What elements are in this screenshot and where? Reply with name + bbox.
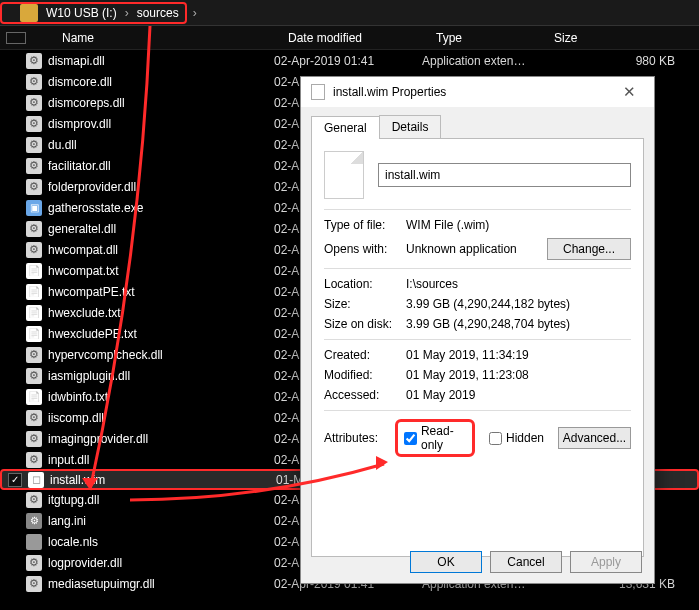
file-name: logprovider.dll bbox=[48, 556, 274, 570]
dll-icon bbox=[26, 95, 42, 111]
filename-input[interactable] bbox=[378, 163, 631, 187]
file-name: hwcompat.dll bbox=[48, 243, 274, 257]
value-type: WIM File (.wim) bbox=[406, 218, 631, 232]
tab-general[interactable]: General bbox=[311, 116, 380, 139]
dialog-title: install.wim Properties bbox=[333, 85, 615, 99]
properties-dialog: install.wim Properties ✕ General Details… bbox=[300, 76, 655, 584]
dll-icon bbox=[26, 431, 42, 447]
change-button[interactable]: Change... bbox=[547, 238, 631, 260]
txt-icon bbox=[26, 305, 42, 321]
hidden-label: Hidden bbox=[506, 431, 544, 445]
exe-icon bbox=[26, 200, 42, 216]
file-name: hwcompatPE.txt bbox=[48, 285, 274, 299]
row-checkbox[interactable] bbox=[8, 473, 22, 487]
txt-icon bbox=[26, 263, 42, 279]
txt-icon bbox=[26, 284, 42, 300]
breadcrumb-drive[interactable]: W10 USB (I:) bbox=[44, 6, 119, 20]
label-attributes: Attributes: bbox=[324, 431, 395, 445]
file-name: dismapi.dll bbox=[48, 54, 274, 68]
label-created: Created: bbox=[324, 348, 406, 362]
dll-icon bbox=[26, 368, 42, 384]
ini-icon bbox=[26, 513, 42, 529]
advanced-button[interactable]: Advanced... bbox=[558, 427, 631, 449]
select-all-checkbox[interactable] bbox=[6, 32, 26, 44]
column-type[interactable]: Type bbox=[436, 31, 554, 45]
hidden-checkbox[interactable] bbox=[489, 432, 502, 445]
file-name: hwexclude.txt bbox=[48, 306, 274, 320]
value-size-on-disk: 3.99 GB (4,290,248,704 bytes) bbox=[406, 317, 631, 331]
file-name: idwbinfo.txt bbox=[48, 390, 274, 404]
file-name: hwexcludePE.txt bbox=[48, 327, 274, 341]
file-icon bbox=[311, 84, 325, 100]
file-size: 980 KB bbox=[540, 54, 699, 68]
dll-icon bbox=[26, 555, 42, 571]
breadcrumb-folder[interactable]: sources bbox=[135, 6, 181, 20]
tab-details[interactable]: Details bbox=[379, 115, 442, 138]
file-name: mediasetupuimgr.dll bbox=[48, 577, 274, 591]
value-modified: 01 May 2019, 11:23:08 bbox=[406, 368, 631, 382]
dialog-tabs: General Details bbox=[311, 115, 644, 139]
column-size[interactable]: Size bbox=[554, 31, 699, 45]
file-name: input.dll bbox=[48, 453, 274, 467]
file-date: 02-Apr-2019 01:41 bbox=[274, 54, 422, 68]
dll-icon bbox=[26, 137, 42, 153]
label-size-on-disk: Size on disk: bbox=[324, 317, 406, 331]
ok-button[interactable]: OK bbox=[410, 551, 482, 573]
column-headers: Name Date modified Type Size bbox=[0, 26, 699, 50]
file-name: facilitator.dll bbox=[48, 159, 274, 173]
file-name: locale.nls bbox=[48, 535, 274, 549]
value-created: 01 May 2019, 11:34:19 bbox=[406, 348, 631, 362]
value-accessed: 01 May 2019 bbox=[406, 388, 631, 402]
value-size: 3.99 GB (4,290,244,182 bytes) bbox=[406, 297, 631, 311]
wim-icon bbox=[28, 472, 44, 488]
dll-icon bbox=[26, 410, 42, 426]
file-name: imagingprovider.dll bbox=[48, 432, 274, 446]
read-only-label: Read-only bbox=[421, 424, 466, 452]
file-name: hypervcomplcheck.dll bbox=[48, 348, 274, 362]
file-name: gatherosstate.exe bbox=[48, 201, 274, 215]
column-date[interactable]: Date modified bbox=[288, 31, 436, 45]
file-name: iiscomp.dll bbox=[48, 411, 274, 425]
dll-icon bbox=[26, 576, 42, 592]
file-name: install.wim bbox=[50, 473, 276, 487]
dll-icon bbox=[26, 53, 42, 69]
txt-icon bbox=[26, 389, 42, 405]
dll-icon bbox=[26, 116, 42, 132]
file-name: lang.ini bbox=[48, 514, 274, 528]
dll-icon bbox=[26, 452, 42, 468]
breadcrumb-highlight: W10 USB (I:) › sources bbox=[0, 2, 187, 24]
nls-icon bbox=[26, 534, 42, 550]
dll-icon bbox=[26, 158, 42, 174]
value-opens-with: Unknown application bbox=[406, 242, 547, 256]
dialog-titlebar[interactable]: install.wim Properties ✕ bbox=[301, 77, 654, 107]
file-name: generaltel.dll bbox=[48, 222, 274, 236]
label-size: Size: bbox=[324, 297, 406, 311]
close-icon[interactable]: ✕ bbox=[615, 83, 644, 101]
file-type: Application exten… bbox=[422, 54, 540, 68]
file-name: dismcore.dll bbox=[48, 75, 274, 89]
dll-icon bbox=[26, 221, 42, 237]
label-type: Type of file: bbox=[324, 218, 406, 232]
dll-icon bbox=[26, 74, 42, 90]
value-location: I:\sources bbox=[406, 277, 631, 291]
tab-panel-general: Type of file: WIM File (.wim) Opens with… bbox=[311, 139, 644, 557]
apply-button[interactable]: Apply bbox=[570, 551, 642, 573]
chevron-right-icon: › bbox=[187, 6, 203, 20]
dll-icon bbox=[26, 492, 42, 508]
file-name: dismprov.dll bbox=[48, 117, 274, 131]
file-name: itgtupg.dll bbox=[48, 493, 274, 507]
file-name: du.dll bbox=[48, 138, 274, 152]
file-name: folderprovider.dll bbox=[48, 180, 274, 194]
breadcrumb-bar: W10 USB (I:) › sources › bbox=[0, 0, 699, 26]
read-only-checkbox[interactable] bbox=[404, 432, 417, 445]
big-file-icon bbox=[324, 151, 364, 199]
cancel-button[interactable]: Cancel bbox=[490, 551, 562, 573]
column-name[interactable]: Name bbox=[34, 31, 288, 45]
label-opens-with: Opens with: bbox=[324, 242, 406, 256]
label-accessed: Accessed: bbox=[324, 388, 406, 402]
dll-icon bbox=[26, 242, 42, 258]
file-row[interactable]: dismapi.dll02-Apr-2019 01:41Application … bbox=[0, 50, 699, 71]
file-name: iasmigplugin.dll bbox=[48, 369, 274, 383]
txt-icon bbox=[26, 326, 42, 342]
dll-icon bbox=[26, 179, 42, 195]
